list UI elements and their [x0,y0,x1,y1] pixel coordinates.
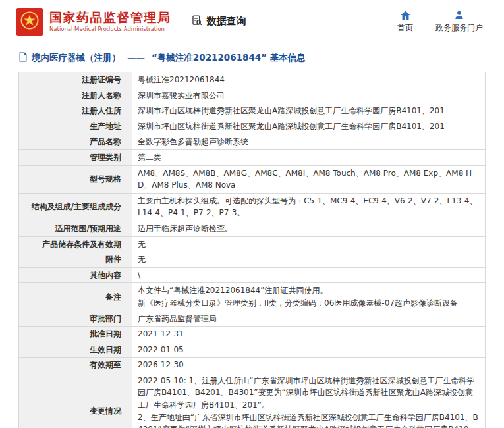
row-label: 审批部门 [19,311,132,327]
site-title-block: 国家药品监督管理局 National Medical Products Admi… [49,11,171,32]
row-label: 注册人住所 [19,103,132,119]
page-title: “粤械注准20212061844” 基本信息 [152,52,306,64]
row-value: 适用于临床超声诊断检查。 [132,221,486,236]
row-value: 无 [132,252,486,268]
table-row: 生效日期2022-01-05 [19,342,486,358]
row-value: 广东省药品监督管理局 [132,311,486,327]
data-query-tab[interactable]: 数据查询 [191,14,246,29]
row-label: 结构及组成/主要组成成分 [19,193,132,221]
row-label: 注册人名称 [19,88,132,103]
row-value: 深圳市嘉骏实业有限公司 [132,88,486,103]
table-row: 有效期至2026-12-30 [19,358,486,373]
site-title-en: National Medical Products Administration [49,26,171,32]
row-label: 其他内容 [19,267,132,283]
table-row: 审批部门广东省药品监督管理局 [19,311,486,327]
row-label: 产品储存条件及有效期 [19,236,132,252]
table-row: 适用范围/预期用途适用于临床超声诊断检查。 [19,221,486,236]
row-value: 深圳市坪山区坑梓街道秀新社区聚龙山A路深城投创意工厂生命科学园厂房B4101、2… [132,103,486,119]
row-value: \ [132,267,486,283]
row-value: 主要由主机和探头组成。可选配的探头型号为：C5-1、MC9-4、EC9-4、V6… [132,193,486,221]
row-value: 2022-01-05 [132,342,486,358]
table-row: 型号规格AM8、AM8S、AM8B、AM8G、AM8C、AM8I、AM8 Tou… [19,165,486,193]
table-row: 变更情况2022-05-10: 1、注册人住所由“广东省深圳市坪山区坑梓街道秀新… [19,373,486,428]
table-row: 其他内容\ [19,267,486,283]
nav-portal-label: 政务服务门户 [435,22,483,34]
header-nav: 首页 政务服务门户 [397,10,488,34]
row-value: 粤械注准20212061844 [132,72,486,88]
row-value: 2021-12-31 [132,327,486,342]
table-row: 注册人名称深圳市嘉骏实业有限公司 [19,88,486,103]
nav-home[interactable]: 首页 [397,10,413,34]
nav-home-label: 首页 [397,22,413,34]
row-value: 第二类 [132,149,486,165]
site-title-cn: 国家药品监督管理局 [49,11,171,24]
table-row: 附件无 [19,252,486,268]
nav-portal[interactable]: 政务服务门户 [435,10,483,34]
home-icon [400,10,411,20]
data-query-icon [191,14,203,29]
row-value: 2022-05-10: 1、注册人住所由“广东省深圳市坪山区坑梓街道秀新社区深城… [132,373,486,428]
row-value: AM8、AM8S、AM8B、AM8G、AM8C、AM8I、AM8 Touch、A… [132,165,486,193]
breadcrumb: 境内医疗器械（注册） —— “粤械注准20212061844” 基本信息 [0,43,504,70]
row-value: 无 [132,236,486,252]
table-row: 注册证编号粤械注准20212061844 [19,72,486,88]
table-row: 管理类别第二类 [19,149,486,165]
row-value: 全数字彩色多普勒超声诊断系统 [132,134,486,150]
table-row: 备注本文件与“粤械注准20212061844”注册证共同使用。 新《医疗器械分类… [19,283,486,311]
row-value: 深圳市坪山区坑梓街道秀新社区聚龙山A路深城投创意工厂生命科学园厂房B4101、2… [132,119,486,134]
row-label: 生效日期 [19,342,132,358]
nmpa-logo[interactable] [16,8,43,36]
row-value: 2026-12-30 [132,358,486,373]
row-label: 备注 [19,283,132,311]
registration-info-table: 注册证编号粤械注准20212061844 注册人名称深圳市嘉骏实业有限公司 注册… [18,72,486,428]
row-label: 适用范围/预期用途 [19,221,132,236]
document-icon [18,52,28,64]
row-label: 产品名称 [19,134,132,150]
row-label: 生产地址 [19,119,132,134]
table-row: 生产地址深圳市坪山区坑梓街道秀新社区聚龙山A路深城投创意工厂生命科学园厂房B41… [19,119,486,134]
row-label: 有效期至 [19,358,132,373]
row-label: 管理类别 [19,149,132,165]
table-row: 批准日期2021-12-31 [19,327,486,342]
table-row: 产品储存条件及有效期无 [19,236,486,252]
table-row: 产品名称全数字彩色多普勒超声诊断系统 [19,134,486,150]
data-query-label: 数据查询 [207,15,246,28]
breadcrumb-category: 境内医疗器械（注册） [32,52,121,64]
site-header: 国家药品监督管理局 National Medical Products Admi… [0,0,504,43]
table-row: 结构及组成/主要组成成分主要由主机和探头组成。可选配的探头型号为：C5-1、MC… [19,193,486,221]
breadcrumb-separator: —— [127,53,145,63]
row-label: 附件 [19,252,132,268]
national-emblem-icon [20,11,40,33]
row-value: 本文件与“粤械注准20212061844”注册证共同使用。 新《医疗器械分类目录… [132,283,486,311]
row-label: 型号规格 [19,165,132,193]
row-label: 批准日期 [19,327,132,342]
user-icon [454,10,464,20]
row-label: 注册证编号 [19,72,132,88]
table-row: 注册人住所深圳市坪山区坑梓街道秀新社区聚龙山A路深城投创意工厂生命科学园厂房B4… [19,103,486,119]
row-label: 变更情况 [19,373,132,428]
